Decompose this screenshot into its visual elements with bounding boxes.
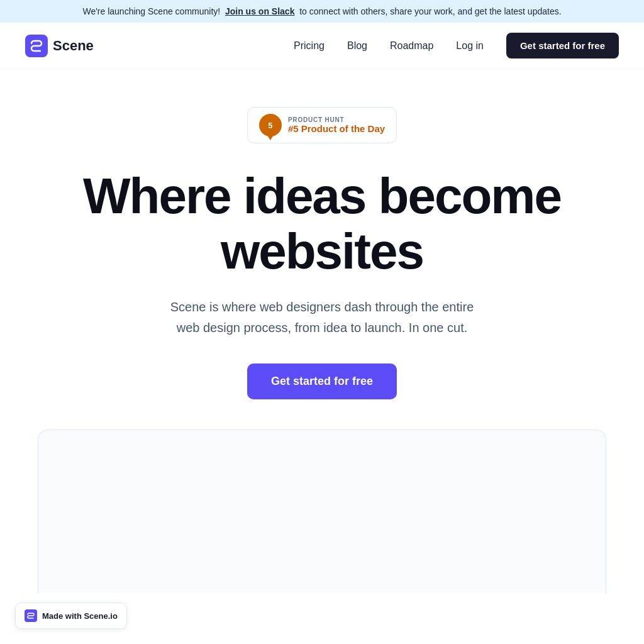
ph-medal: 5 [259, 114, 282, 136]
nav-link-login[interactable]: Log in [456, 40, 484, 52]
product-hunt-badge[interactable]: 5 PRODUCT HUNT #5 Product of the Day [247, 107, 397, 143]
announcement-banner: We're launching Scene community! Join us… [0, 0, 644, 23]
hero-subtext: Scene is where web designers dash throug… [158, 297, 486, 338]
logo[interactable]: Scene [25, 35, 94, 57]
logo-icon [25, 35, 48, 57]
hero-cta-button[interactable]: Get started for free [247, 364, 397, 399]
nav-links: Pricing Blog Roadmap Log in Get started … [294, 33, 619, 58]
ph-number: 5 [268, 121, 272, 130]
ph-text: PRODUCT HUNT #5 Product of the Day [288, 116, 385, 134]
nav-link-pricing[interactable]: Pricing [294, 40, 325, 52]
announcement-suffix: to connect with others, share your work,… [299, 6, 561, 16]
scene-badge-icon [25, 609, 37, 622]
hero-preview-card [38, 430, 606, 593]
made-with-label: Made with Scene.io [42, 611, 118, 621]
logo-text: Scene [53, 38, 94, 54]
hero-heading: Where ideas become websites [77, 169, 567, 279]
announcement-link[interactable]: Join us on Slack [225, 6, 294, 16]
ph-label: PRODUCT HUNT [288, 116, 385, 123]
hero-section: 5 PRODUCT HUNT #5 Product of the Day Whe… [0, 69, 644, 618]
ph-rank: #5 Product of the Day [288, 123, 385, 134]
nav-cta-button[interactable]: Get started for free [506, 33, 619, 58]
nav-link-blog[interactable]: Blog [347, 40, 367, 52]
announcement-prefix: We're launching Scene community! [82, 6, 220, 16]
navbar: Scene Pricing Blog Roadmap Log in Get st… [0, 23, 644, 69]
made-with-badge[interactable]: Made with Scene.io [15, 602, 127, 629]
nav-link-roadmap[interactable]: Roadmap [390, 40, 433, 52]
